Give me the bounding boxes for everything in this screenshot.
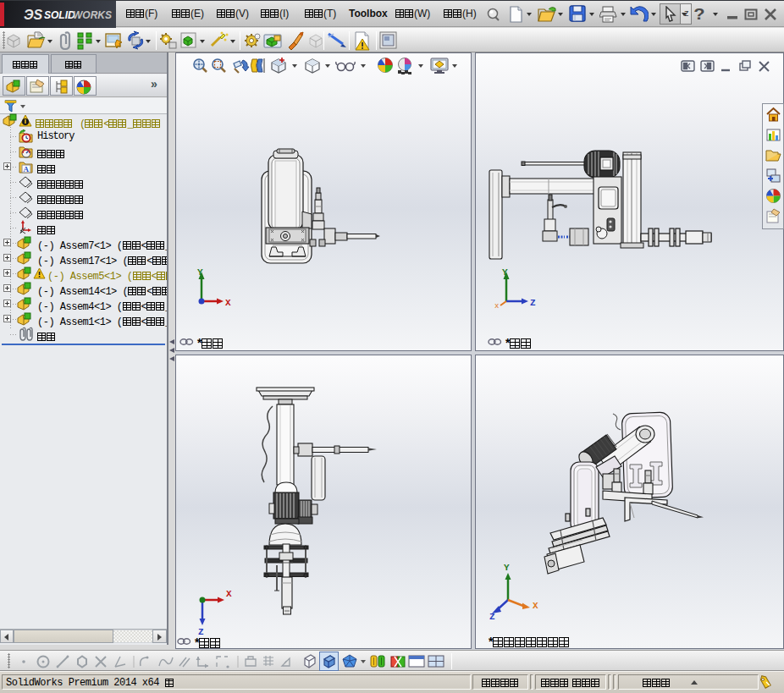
svg-text:ЭS: ЭS xyxy=(24,8,43,22)
svg-text:Y: Y xyxy=(504,563,510,573)
svg-text:x: x xyxy=(494,302,499,311)
svg-text:X: X xyxy=(533,601,538,611)
svg-text:Y: Y xyxy=(197,267,203,278)
svg-text:SOLID: SOLID xyxy=(44,9,75,21)
svg-text:X: X xyxy=(226,589,232,599)
svg-text:WORKS: WORKS xyxy=(73,9,112,21)
svg-text:X: X xyxy=(225,298,231,308)
svg-text:Y: Y xyxy=(502,267,508,278)
svg-text:Z: Z xyxy=(530,298,536,308)
svg-text:A: A xyxy=(24,165,30,173)
svg-text:Z: Z xyxy=(489,612,495,622)
